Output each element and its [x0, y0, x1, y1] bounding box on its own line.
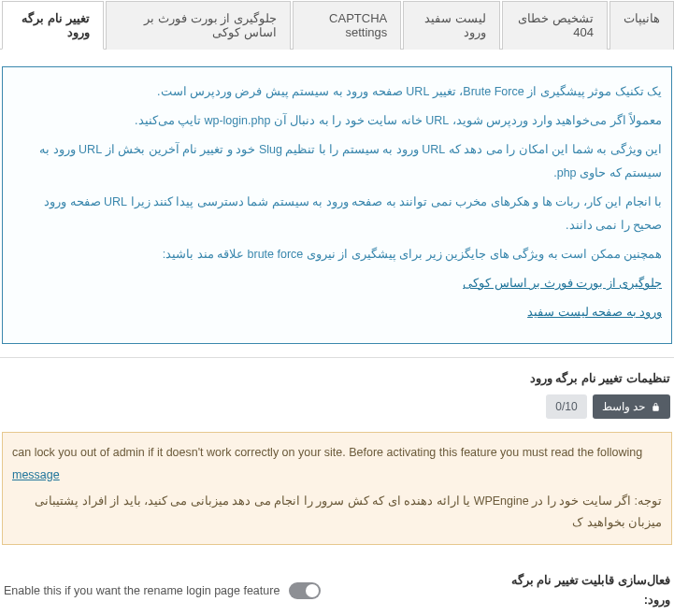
tab-rename-login[interactable]: تغییر نام برگه ورود: [2, 1, 104, 50]
warning-message-link[interactable]: message: [12, 468, 60, 481]
info-text-5: همچنین ممکن است به ویژگی های جایگزین زیر…: [12, 243, 662, 266]
settings-form: فعال‌سازی قابلیت تغییر نام برگه ورود: En…: [0, 552, 674, 616]
info-link-cookie[interactable]: جلوگیری از بورت فورث بر اساس کوکی: [463, 277, 662, 290]
warning-box: can lock you out of admin if it doesn't …: [2, 432, 672, 545]
tab-cookie-bruteforce[interactable]: جلوگیری از بورت فورث بر اساس کوکی: [106, 1, 291, 50]
enable-feature-toggle[interactable]: [289, 582, 321, 599]
info-box: یک تکنیک موثر پیشگیری از Brute Force، تغ…: [2, 66, 672, 344]
lock-icon: [651, 402, 661, 412]
tabs-bar: تغییر نام برگه ورود جلوگیری از بورت فورث…: [0, 0, 674, 50]
tab-404-detection[interactable]: تشخیص خطای 404: [502, 1, 608, 50]
info-text-2: معمولاً اگر می‌خواهید وارد وردپرس شوید، …: [12, 109, 662, 133]
tab-login-whitelist[interactable]: لیست سفید ورود: [403, 1, 499, 50]
section-title: تنظیمات تغییر نام برگه ورود: [0, 358, 674, 394]
level-badge: حد واسط: [593, 394, 670, 419]
info-text-1: یک تکنیک موثر پیشگیری از Brute Force، تغ…: [12, 80, 662, 104]
info-text-4: با انجام این کار، ربات ها و هکرهای مخرب …: [12, 191, 662, 237]
level-badge-label: حد واسط: [602, 400, 645, 413]
info-text-3: این ویژگی به شما این امکان را می دهد که …: [12, 138, 662, 185]
enable-feature-label: فعال‌سازی قابلیت تغییر نام برگه ورود:: [502, 571, 670, 610]
info-link-whitelist[interactable]: ورود به صفحه لیست سفید: [527, 306, 662, 319]
tab-honeypot[interactable]: هانیپات: [609, 1, 674, 50]
enable-feature-desc: Enable this if you want the rename login…: [4, 584, 280, 597]
warning-en-text: can lock you out of admin if it doesn't …: [12, 446, 642, 459]
level-ratio: 0/10: [546, 394, 586, 419]
tab-captcha[interactable]: CAPTCHA settings: [293, 1, 401, 50]
warning-fa-text: توجه: اگر سایت خود را در WPEngine یا ارا…: [35, 494, 662, 530]
badge-row: حد واسط 0/10: [0, 394, 674, 432]
